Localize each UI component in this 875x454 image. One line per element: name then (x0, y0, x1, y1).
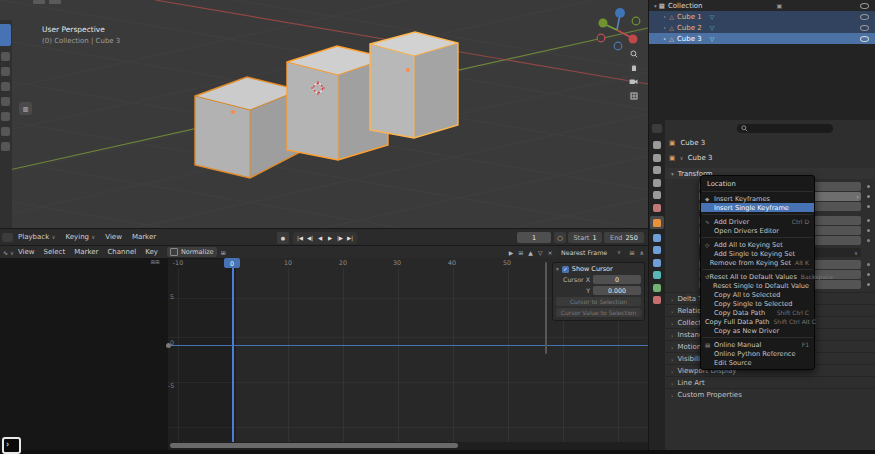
hide-eye-icon[interactable] (860, 25, 869, 31)
only-errors-filter-icon[interactable]: ▲ (528, 249, 533, 256)
menu-item-reset-all-default[interactable]: ↺Reset All to Default ValuesBackspace (701, 272, 814, 281)
menu-item-copy-data-path[interactable]: Copy Data PathShift Ctrl C (701, 308, 814, 317)
menu-select[interactable]: Select (44, 248, 66, 256)
gizmo-y-axis[interactable] (599, 19, 608, 28)
outliner-row-cube3-active[interactable]: • △ Cube 3 ▽ (649, 33, 875, 44)
tool-button-move[interactable] (1, 67, 10, 76)
tab-render[interactable] (653, 154, 661, 162)
tab-modifiers[interactable] (653, 234, 661, 242)
navigation-gizmo[interactable] (597, 8, 640, 50)
expand-dot-icon[interactable]: • (663, 36, 666, 42)
expand-dot-icon[interactable]: • (663, 25, 666, 31)
menu-item-add-single-keying-set[interactable]: Add Single to Keying Set (701, 249, 814, 258)
disclosure-icon[interactable]: ▾ (654, 3, 657, 9)
active-tool-button[interactable] (0, 24, 11, 46)
animate-dot[interactable] (867, 205, 870, 208)
cursor-to-selection-button[interactable]: Cursor to Selection (556, 297, 641, 306)
playhead-line[interactable] (232, 268, 234, 442)
menu-item-copy-full-data-path[interactable]: Copy Full Data PathShift Ctrl Alt C (701, 317, 814, 326)
tool-button-transform[interactable] (1, 112, 10, 121)
show-cursor-checkbox[interactable]: ✓ (562, 266, 569, 273)
stepper-right-icon[interactable]: › (857, 193, 859, 200)
tab-particles[interactable] (653, 246, 661, 254)
animate-dot[interactable] (867, 263, 870, 266)
normalize-toggle[interactable]: Normalize (167, 247, 217, 257)
hide-eye-icon[interactable] (860, 14, 869, 20)
menu-item-insert-keyframes[interactable]: ◆Insert Keyframes (701, 194, 814, 203)
outliner-row-collection[interactable]: ▾ ▦ Collection ▣ (649, 0, 875, 11)
menu-item-copy-single-selected[interactable]: Copy Single to Selected (701, 299, 814, 308)
cursor-value-line[interactable] (168, 345, 648, 346)
tab-object-data[interactable] (653, 284, 661, 292)
graph-editor-type-icon[interactable]: ∿ ∨ (3, 249, 14, 256)
menu-item-add-all-keying-set[interactable]: ◇Add All to Keying Set (701, 240, 814, 249)
zoom-icon[interactable] (628, 48, 639, 59)
tool-button-rotate[interactable] (1, 82, 10, 91)
tab-tool[interactable] (653, 141, 661, 149)
channel-resize-icon[interactable]: ⊞⊞ (151, 259, 160, 265)
tab-scene[interactable] (653, 191, 661, 199)
object-name[interactable]: Cube 3 (677, 35, 702, 43)
menu-item-add-driver[interactable]: ∿Add DriverCtrl D (701, 217, 814, 226)
menu-item-edit-source[interactable]: Edit Source (701, 358, 814, 367)
viewport-3d[interactable]: User Perspective (0) Collection | Cube 3… (0, 0, 648, 228)
cursor-x-field[interactable]: 0 (593, 275, 641, 284)
timeline-editor-type-icon[interactable] (2, 233, 13, 242)
cursor-value-to-selection-button[interactable]: Cursor Value to Selection (556, 308, 641, 317)
show-cursor-header[interactable]: ▾ ✓ Show Cursor (556, 265, 641, 273)
gizmo-x-axis[interactable] (629, 35, 638, 44)
menu-channel[interactable]: Channel (107, 248, 136, 256)
auto-keying-record-button[interactable]: ● (277, 232, 289, 244)
animate-dot[interactable] (867, 195, 870, 198)
hide-eye-icon[interactable] (860, 36, 869, 42)
tab-material[interactable] (653, 296, 661, 304)
gizmo-x-neg[interactable] (597, 34, 605, 42)
camera-view-icon[interactable] (628, 76, 639, 87)
tool-button-scale[interactable] (1, 97, 10, 106)
outliner-row-cube2[interactable]: • △ Cube 2 ▽ (649, 22, 875, 33)
section-custom-properties[interactable]: ›Custom Properties (665, 388, 875, 401)
animate-dot[interactable] (867, 219, 870, 222)
menu-view[interactable]: View (18, 248, 35, 256)
proportional-edit-icon[interactable]: × (548, 249, 553, 256)
play-reverse-button[interactable]: ◀ (315, 235, 325, 241)
play-button[interactable]: ▶ (325, 235, 335, 241)
tab-world[interactable] (653, 204, 661, 212)
menu-item-remove-keying-set[interactable]: Remove from Keying SetAlt K (701, 258, 814, 267)
tool-button-annotate[interactable] (1, 127, 10, 136)
keying-set-button[interactable]: ○ (554, 232, 566, 243)
filter-funnel-icon[interactable]: ▽ (538, 249, 543, 256)
frame-start-field[interactable]: Start1 (568, 232, 602, 243)
current-frame-badge[interactable]: 0 (224, 258, 240, 268)
object-name[interactable]: Cube 2 (677, 24, 702, 32)
hide-eye-icon[interactable] (860, 3, 869, 9)
show-hidden-filter-icon[interactable]: ⊞ (518, 249, 523, 256)
cube-3[interactable] (370, 32, 458, 138)
animate-dot[interactable] (867, 229, 870, 232)
menu-playback[interactable]: Playback ∨ (18, 233, 56, 241)
frame-end-field[interactable]: End250 (604, 232, 644, 243)
animate-dot[interactable] (867, 283, 870, 286)
properties-search-input[interactable] (737, 124, 833, 133)
channel-list-region[interactable] (0, 258, 168, 454)
collection-label[interactable]: Collection (668, 2, 703, 10)
menu-keying[interactable]: Keying ∨ (66, 233, 96, 241)
tab-physics[interactable] (653, 259, 661, 267)
menu-item-online-python-reference[interactable]: Online Python Reference (701, 349, 814, 358)
normalize-options-icon[interactable]: ⊞ (221, 249, 226, 256)
prev-keyframe-button[interactable]: ◀| (305, 235, 315, 241)
expand-dot-icon[interactable]: • (663, 14, 666, 20)
tab-output[interactable] (653, 166, 661, 174)
menu-item-insert-single-keyframe[interactable]: Insert Single Keyframe (701, 203, 814, 212)
tool-button-measure[interactable] (1, 142, 10, 151)
id-pin-row[interactable]: ▣ Cube 3 (669, 139, 705, 147)
horizontal-scrollbar[interactable] (170, 443, 458, 448)
disclosure-icon[interactable]: ▾ (556, 266, 559, 272)
snap-dropdown[interactable]: Nearest Frame ∨ (558, 247, 624, 257)
tab-object-active[interactable] (650, 216, 664, 229)
menu-marker[interactable]: Marker (132, 233, 156, 241)
tab-view-layer[interactable] (653, 179, 661, 187)
object-name[interactable]: Cube 1 (677, 13, 702, 21)
tab-constraints[interactable] (653, 271, 661, 279)
pan-hand-icon[interactable] (628, 62, 639, 73)
